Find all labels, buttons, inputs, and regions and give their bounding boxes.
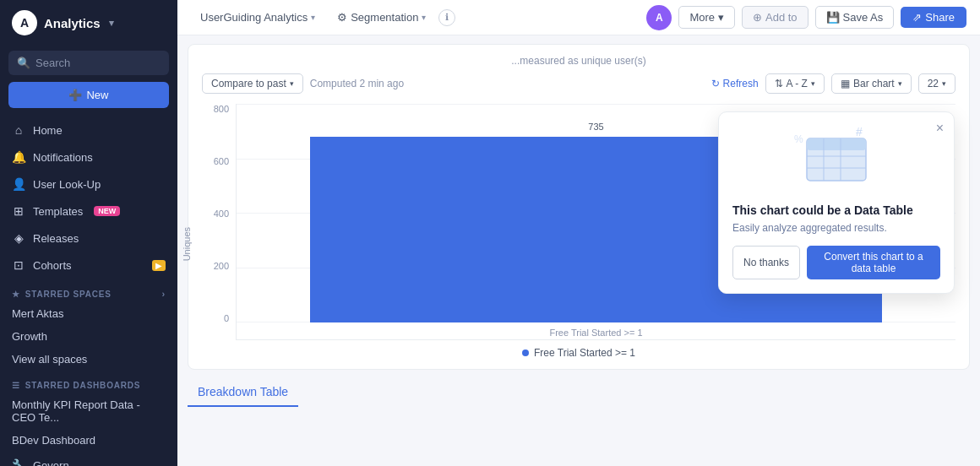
starred-spaces-header: ★ STARRED SPACES › — [0, 279, 177, 302]
app-logo[interactable]: A Analytics ▾ — [0, 0, 177, 46]
chart-type-button[interactable]: ▦ Bar chart ▾ — [831, 73, 912, 94]
starred-space-growth[interactable]: Growth — [0, 325, 177, 348]
svg-text:%: % — [794, 133, 803, 145]
date-caret: ▾ — [942, 79, 946, 88]
plus-icon: ➕ — [68, 89, 82, 101]
chart-subtitle: ...measured as unique user(s) — [202, 55, 956, 67]
compare-caret: ▾ — [290, 79, 294, 88]
sidebar: A Analytics ▾ 🔍 ➕ New ⌂ Home 🔔 Notificat… — [0, 0, 177, 466]
compare-button[interactable]: Compare to past ▾ — [202, 73, 303, 94]
main-content: UserGuiding Analytics ▾ ⚙ Segmentation ▾… — [177, 0, 980, 466]
breakdown-tab-label[interactable]: Breakdown Table — [188, 378, 298, 407]
topbar-nav: UserGuiding Analytics ▾ ⚙ Segmentation ▾… — [191, 7, 640, 28]
breakdown-tab: Breakdown Table — [188, 378, 970, 409]
popup-description: Easily analyze aggregated results. — [732, 222, 940, 234]
app-name: Analytics — [44, 16, 101, 30]
popup-title: This chart could be a Data Table — [732, 203, 940, 217]
popup-illustration: # % — [732, 126, 940, 193]
sidebar-item-cohorts[interactable]: ⊡ Cohorts ▶ — [0, 252, 177, 279]
date-button[interactable]: 22 ▾ — [918, 73, 956, 94]
topbar: UserGuiding Analytics ▾ ⚙ Segmentation ▾… — [177, 0, 980, 35]
sort-caret: ▾ — [811, 79, 815, 88]
sidebar-item-label: Home — [33, 124, 63, 137]
y-label-200: 200 — [214, 261, 229, 271]
search-input[interactable] — [35, 57, 161, 69]
view-all-spaces[interactable]: View all spaces — [0, 348, 177, 371]
save-icon: 💾 — [826, 11, 840, 24]
new-button[interactable]: ➕ New — [8, 82, 169, 108]
sidebar-item-label: Govern — [33, 459, 69, 467]
sidebar-item-govern[interactable]: 🔧 Govern — [0, 452, 177, 466]
app-caret: ▾ — [109, 18, 114, 29]
sidebar-item-label: User Look-Up — [33, 178, 101, 191]
y-label-800: 800 — [214, 104, 229, 114]
sidebar-item-label: Templates — [33, 205, 83, 218]
segmentation-nav[interactable]: ⚙ Segmentation ▾ — [328, 7, 435, 28]
avatar[interactable]: A — [646, 5, 672, 30]
sort-icon: ⇅ — [775, 78, 783, 89]
search-icon: 🔍 — [17, 57, 30, 69]
right-controls: ⇅ A - Z ▾ ▦ Bar chart ▾ 22 ▾ — [765, 73, 956, 94]
add-to-icon: ⊕ — [753, 11, 762, 24]
logo-circle: A — [12, 10, 37, 35]
more-caret: ▾ — [718, 11, 724, 24]
bar-value: 735 — [588, 122, 603, 132]
computed-text: Computed 2 min ago — [310, 78, 705, 89]
sidebar-item-user-lookup[interactable]: 👤 User Look-Up — [0, 171, 177, 198]
search-bar[interactable]: 🔍 — [8, 51, 169, 75]
sidebar-item-notifications[interactable]: 🔔 Notifications — [0, 144, 177, 171]
share-button[interactable]: ⇗ Share — [901, 7, 966, 28]
y-label-600: 600 — [214, 156, 229, 166]
sidebar-item-label: Cohorts — [33, 259, 72, 272]
gridline-800 — [237, 104, 956, 105]
cohorts-icon: ⊡ — [12, 258, 25, 272]
legend-dot — [522, 350, 529, 356]
chart-controls: Compare to past ▾ Computed 2 min ago ↻ R… — [202, 73, 956, 94]
templates-icon: ⊞ — [12, 204, 25, 218]
y-label-400: 400 — [214, 209, 229, 219]
y-axis-title: Uniques — [182, 227, 192, 261]
add-to-button[interactable]: ⊕ Add to — [742, 6, 808, 29]
analytics-caret: ▾ — [311, 13, 315, 22]
refresh-button[interactable]: ↻ Refresh — [711, 78, 759, 89]
convert-button[interactable]: Convert this chart to a data table — [807, 246, 940, 279]
info-icon[interactable]: ℹ — [438, 9, 455, 26]
svg-rect-1 — [807, 138, 866, 150]
save-as-button[interactable]: 💾 Save As — [815, 6, 895, 29]
starred-spaces-chevron[interactable]: › — [162, 289, 166, 299]
starred-dashboards-icon: ☰ — [12, 381, 20, 390]
govern-icon: 🔧 — [12, 458, 25, 466]
starred-dashboard-bdev[interactable]: BDev Dashboard — [0, 429, 177, 452]
popup-close-button[interactable]: × — [936, 121, 944, 136]
more-button[interactable]: More ▾ — [678, 6, 735, 29]
refresh-icon: ↻ — [711, 78, 720, 89]
starred-spaces-icon: ★ — [12, 290, 20, 299]
topbar-actions: A More ▾ ⊕ Add to 💾 Save As ⇗ Share — [646, 5, 966, 30]
chart-type-caret: ▾ — [898, 79, 902, 88]
starred-dashboards-header: ☰ STARRED DASHBOARDS — [0, 371, 177, 393]
starred-dashboard-kpi[interactable]: Monthly KPI Report Data - CEO Te... — [0, 393, 177, 429]
content-area: ...measured as unique user(s) Compare to… — [177, 35, 980, 466]
analytics-nav[interactable]: UserGuiding Analytics ▾ — [191, 7, 324, 28]
segmentation-caret: ▾ — [422, 13, 426, 22]
no-thanks-button[interactable]: No thanks — [732, 246, 800, 279]
bar-chart-icon: ▦ — [841, 78, 850, 89]
sidebar-item-label: Releases — [33, 232, 79, 245]
y-label-0: 0 — [224, 313, 229, 323]
chart-legend: Free Trial Started >= 1 — [202, 347, 956, 359]
home-icon: ⌂ — [12, 123, 25, 137]
sidebar-item-templates[interactable]: ⊞ Templates NEW — [0, 198, 177, 225]
segmentation-icon: ⚙ — [337, 11, 347, 24]
data-table-popup: × # % This chart could be a Data Table E… — [718, 111, 955, 294]
new-badge: NEW — [94, 206, 120, 216]
legend-label: Free Trial Started >= 1 — [534, 347, 635, 359]
sidebar-item-home[interactable]: ⌂ Home — [0, 116, 177, 144]
starred-space-mert[interactable]: Mert Aktas — [0, 302, 177, 325]
x-axis-label: Free Trial Started >= 1 — [549, 328, 642, 338]
table-illustration: # % — [790, 126, 883, 193]
sidebar-item-releases[interactable]: ◈ Releases — [0, 225, 177, 252]
svg-text:#: # — [856, 126, 863, 138]
sort-button[interactable]: ⇅ A - Z ▾ — [765, 73, 825, 94]
sidebar-item-label: Notifications — [33, 151, 93, 164]
releases-icon: ◈ — [12, 231, 25, 245]
